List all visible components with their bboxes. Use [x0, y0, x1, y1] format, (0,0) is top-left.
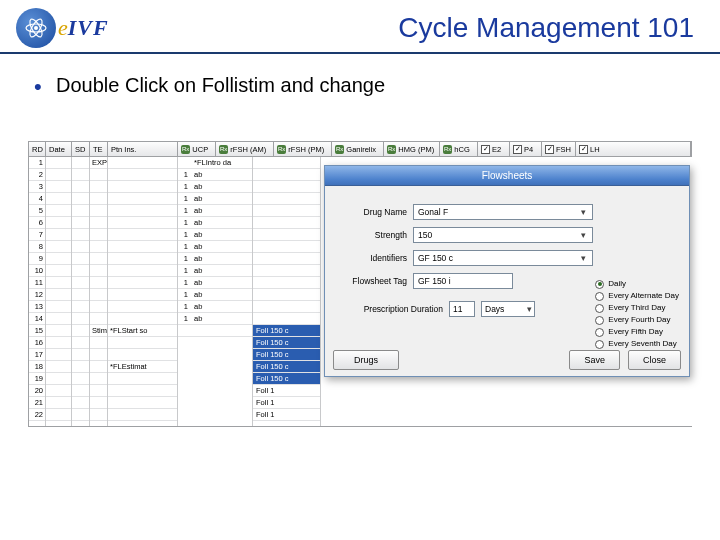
rd-cell[interactable]: 13	[29, 301, 45, 313]
col-sd[interactable]: SD	[72, 142, 90, 156]
med-cell-selected[interactable]: Foll 150 c	[253, 337, 320, 349]
mid-row[interactable]: 1ab	[178, 169, 252, 181]
checkbox-icon[interactable]: ✓	[579, 145, 588, 154]
mid-row[interactable]: 1ab	[178, 277, 252, 289]
col-rfsh-am[interactable]: RxrFSH (AM)	[216, 142, 274, 156]
rd-cell[interactable]: 8	[29, 241, 45, 253]
rd-cell[interactable]: 16	[29, 337, 45, 349]
med-cell[interactable]: Foll 1	[253, 397, 320, 409]
slide-header: eIVF Cycle Management 101	[0, 0, 720, 54]
flowsheet-tag-field[interactable]: GF 150 i	[413, 273, 513, 289]
col-ptn[interactable]: Ptn Ins.	[108, 142, 178, 156]
rd-cell[interactable]: 20	[29, 385, 45, 397]
rd-cell[interactable]: 5	[29, 205, 45, 217]
identifiers-label: Identifiers	[335, 253, 413, 263]
rd-cell[interactable]: 18	[29, 361, 45, 373]
mid-row[interactable]: 1ab	[178, 205, 252, 217]
rd-cell[interactable]: 21	[29, 397, 45, 409]
rd-cell[interactable]: 6	[29, 217, 45, 229]
flowsheets-dialog: Flowsheets Drug Name Gonal F Strength 15…	[324, 165, 690, 377]
rd-cell[interactable]: 7	[29, 229, 45, 241]
presc-duration-number[interactable]: 11	[449, 301, 475, 317]
mid-row[interactable]: 1ab	[178, 289, 252, 301]
radio-alternate[interactable]: Every Alternate Day	[595, 290, 679, 302]
mid-row[interactable]: 1ab	[178, 241, 252, 253]
radio-daily[interactable]: Daily	[595, 278, 679, 290]
mid-row[interactable]: 1ab	[178, 229, 252, 241]
mid-row[interactable]: 1ab	[178, 217, 252, 229]
checkbox-icon[interactable]: ✓	[545, 145, 554, 154]
rd-cell[interactable]: 9	[29, 253, 45, 265]
rd-column: 1 2 3 4 5 6 7 8 9 10 11 12 13 14 15 16 1…	[29, 157, 46, 426]
drug-name-field[interactable]: Gonal F	[413, 204, 593, 220]
identifiers-field[interactable]: GF 150 c	[413, 250, 593, 266]
col-ganirelix[interactable]: RxGanirelix	[332, 142, 384, 156]
col-p4[interactable]: ✓P4	[510, 142, 542, 156]
med-cell-selected[interactable]: Foll 150 c	[253, 349, 320, 361]
col-e2[interactable]: ✓E2	[478, 142, 510, 156]
flowsheet-tag-label: Flowsheet Tag	[335, 276, 413, 286]
mid-row[interactable]: EXP*FLIntro da	[178, 157, 252, 169]
rd-cell[interactable]: 17	[29, 349, 45, 361]
radio-seventh[interactable]: Every Seventh Day	[595, 338, 679, 350]
radio-fourth[interactable]: Every Fourth Day	[595, 314, 679, 326]
rd-cell[interactable]: 1	[29, 157, 45, 169]
radio-icon	[595, 304, 604, 313]
radio-fifth[interactable]: Every Fifth Day	[595, 326, 679, 338]
col-fsh[interactable]: ✓FSH	[542, 142, 576, 156]
presc-duration-unit[interactable]: Days	[481, 301, 535, 317]
strength-label: Strength	[335, 230, 413, 240]
col-date[interactable]: Date	[46, 142, 72, 156]
dialog-button-row: Drugs Save Close	[325, 350, 689, 370]
ptn-cell[interactable]: *FLEstimat	[108, 361, 177, 373]
close-button[interactable]: Close	[628, 350, 681, 370]
te-cell[interactable]: EXP	[90, 157, 107, 169]
col-rfsh-pm[interactable]: RxrFSH (PM)	[274, 142, 332, 156]
save-button[interactable]: Save	[569, 350, 620, 370]
rd-cell[interactable]: 15	[29, 325, 45, 337]
mid-row[interactable]: 1ab	[178, 265, 252, 277]
bullet-area: Double Click on Follistim and change	[0, 54, 720, 97]
drugs-button[interactable]: Drugs	[333, 350, 399, 370]
rd-cell[interactable]: 10	[29, 265, 45, 277]
mid-row[interactable]: 1ab	[178, 181, 252, 193]
rd-cell[interactable]: 12	[29, 289, 45, 301]
checkbox-icon[interactable]: ✓	[513, 145, 522, 154]
med-cell[interactable]: Foll 1	[253, 385, 320, 397]
date-cell[interactable]	[46, 157, 71, 169]
mid-row[interactable]: 1ab	[178, 301, 252, 313]
rd-cell[interactable]: 2	[29, 169, 45, 181]
rd-cell[interactable]: 14	[29, 313, 45, 325]
presc-duration-label: Prescription Duration	[335, 304, 443, 314]
col-hmg-pm[interactable]: RxHMG (PM)	[384, 142, 440, 156]
med-cell-selected[interactable]: Foll 150 c	[253, 325, 320, 337]
dialog-title-text: Flowsheets	[482, 170, 533, 181]
rd-cell[interactable]: 3	[29, 181, 45, 193]
radio-third[interactable]: Every Third Day	[595, 302, 679, 314]
mid-row[interactable]: 1ab	[178, 193, 252, 205]
col-ucp[interactable]: RxUCP	[178, 142, 216, 156]
pill-icon: Rx	[219, 145, 228, 154]
te-cell[interactable]: Stim Start	[90, 325, 107, 337]
rd-cell[interactable]: 4	[29, 193, 45, 205]
col-rd[interactable]: RD	[29, 142, 46, 156]
ptn-cell[interactable]	[108, 157, 177, 169]
eivf-logo-text: eIVF	[58, 15, 109, 41]
strength-field[interactable]: 150	[413, 227, 593, 243]
mid-row[interactable]: 1ab	[178, 253, 252, 265]
rd-cell[interactable]: 19	[29, 373, 45, 385]
ptn-cell[interactable]: *FLStart so	[108, 325, 177, 337]
checkbox-icon[interactable]: ✓	[481, 145, 490, 154]
atom-icon	[24, 16, 48, 40]
mid-row[interactable]: 1ab	[178, 313, 252, 325]
dialog-titlebar[interactable]: Flowsheets	[325, 166, 689, 186]
med-cell-selected[interactable]: Foll 150 c	[253, 361, 320, 373]
col-hcg[interactable]: RxhCG	[440, 142, 478, 156]
rd-cell[interactable]: 11	[29, 277, 45, 289]
col-te[interactable]: TE	[90, 142, 108, 156]
med-cell[interactable]: Foll 1	[253, 409, 320, 421]
eivf-logo-mark	[16, 8, 56, 48]
rd-cell[interactable]: 22	[29, 409, 45, 421]
med-cell-selected[interactable]: Foll 150 c	[253, 373, 320, 385]
col-lh[interactable]: ✓LH	[576, 142, 691, 156]
